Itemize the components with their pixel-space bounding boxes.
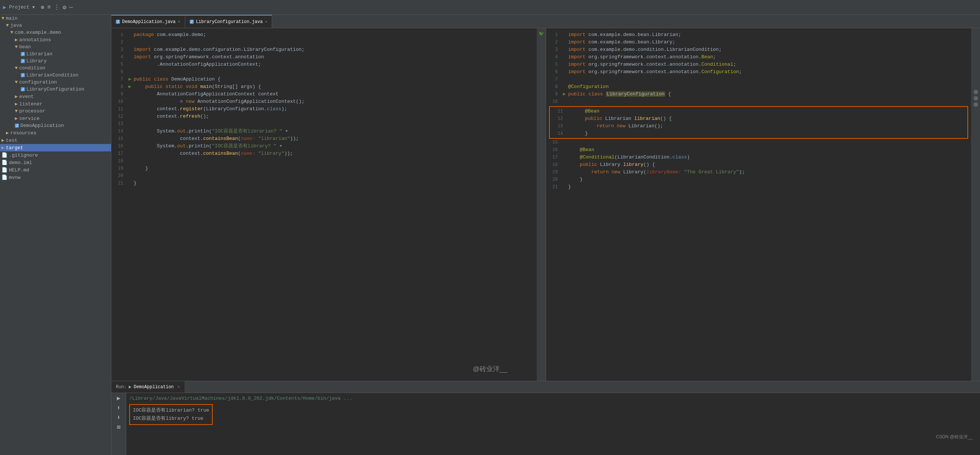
right-editor-panel: 1 import com.example.demo.bean.Librarian… — [546, 28, 980, 381]
sidebar-label-listener: listener — [19, 101, 42, 107]
code-line-10: 10 = new AnnotationConfigApplicationCont… — [111, 98, 537, 105]
code-line-15: 15 context.containsBean(name: "librarian… — [111, 135, 537, 143]
rcode-line-12: 12 public Librarian librarian() { — [551, 115, 966, 123]
tab-close-demo[interactable]: × — [178, 20, 180, 24]
code-line-13: 13 — [111, 120, 537, 128]
rcode-line-8: 8 @Configuration — [546, 83, 972, 91]
sidebar-item-listener[interactable]: ▶ listener — [0, 100, 111, 108]
sidebar-label-processor: processor — [19, 108, 45, 114]
sidebar-item-event[interactable]: ▶ event — [0, 93, 111, 100]
run-btn[interactable]: ▶ — [117, 395, 121, 402]
left-code-editor[interactable]: 1 package com.example.demo; 2 3 import c… — [111, 28, 537, 381]
project-icon: ▶ — [3, 4, 6, 10]
sidebar-item-main[interactable]: ▼ main — [0, 15, 111, 22]
sidebar-item-demo-iml[interactable]: 📄 demo.iml — [0, 159, 111, 166]
stop-btn[interactable]: ⬆ — [117, 404, 121, 412]
down-btn[interactable]: ⬇ — [117, 414, 121, 421]
toolbar-list-icon[interactable]: ≡ — [47, 4, 51, 11]
sidebar-item-annotations[interactable]: ▶ annotations — [0, 36, 111, 43]
bottom-toolbar: ▶ ⬆ ⬇ ⊞ — [111, 393, 126, 455]
java-icon-libcond: J — [21, 73, 25, 77]
sidebar-item-test[interactable]: ▶ test — [0, 137, 111, 144]
folder-icon-main: ▼ — [2, 16, 5, 21]
tab-demo-application[interactable]: J DemoApplication.java × — [111, 15, 185, 28]
sidebar-item-target[interactable]: ▶ target — [0, 144, 111, 151]
run-tab-close[interactable]: × — [177, 385, 180, 389]
sidebar-item-java[interactable]: ▼ java — [0, 22, 111, 29]
folder-icon-service: ▶ — [15, 115, 18, 121]
file-icon-iml: 📄 — [2, 159, 8, 165]
folder-icon-bean: ▼ — [15, 44, 18, 50]
sidebar-item-help-md[interactable]: 📄 HELP.md — [0, 166, 111, 174]
sidebar-item-bean[interactable]: ▼ bean — [0, 43, 111, 51]
right-code-editor[interactable]: 1 import com.example.demo.bean.Librarian… — [546, 28, 972, 381]
sidebar-item-com-example-demo[interactable]: ▼ com.example.demo — [0, 29, 111, 36]
folder-icon-test: ▶ — [2, 137, 5, 143]
sidebar-item-processor[interactable]: ▼ processor — [0, 108, 111, 115]
sidebar-label-library: Library — [26, 58, 47, 64]
tab-label-demo: DemoApplication.java — [122, 19, 176, 24]
sidebar-item-mvnw[interactable]: 📄 mvnw — [0, 174, 111, 181]
sidebar-item-service[interactable]: ▶ service — [0, 115, 111, 122]
sidebar-label-target: target — [6, 145, 23, 151]
folder-icon-condition: ▼ — [15, 65, 18, 71]
tab-java-icon-right: J — [190, 20, 194, 24]
rcode-line-5: 5 import org.springframework.context.ann… — [546, 61, 972, 68]
code-line-20: 20 — [111, 172, 537, 180]
toolbar-minimize-icon[interactable]: — — [69, 4, 73, 11]
tabs-bar: J DemoApplication.java × J LibraryConfig… — [111, 15, 980, 28]
java-icon-librarian: J — [21, 52, 25, 56]
code-line-3: 3 import com.example.demo.configuration.… — [111, 46, 537, 53]
folder-icon-event: ▶ — [15, 94, 18, 99]
code-line-6: 6 — [111, 68, 537, 76]
code-line-16: 16 System.out.println("IOC容器是否有library? … — [111, 143, 537, 150]
code-line-1: 1 package com.example.demo; — [111, 31, 537, 38]
sidebar-item-demo-app[interactable]: J DemoApplication — [0, 122, 111, 129]
code-line-8: 8 ▶ public static void main(String[] arg… — [111, 83, 537, 91]
project-dropdown-arrow[interactable]: ▼ — [32, 5, 35, 10]
bottom-tab-run[interactable]: Run: ▶ DemoApplication × — [111, 381, 185, 393]
folder-icon-java: ▼ — [6, 23, 9, 28]
gutter-bookmark-2: ⬤ — [973, 95, 978, 101]
sidebar-label-demo-app: DemoApplication — [21, 123, 64, 129]
green-check: ✓ — [540, 30, 544, 38]
top-bar: ▶ Project ▼ ⊕ ≡ ⋮ ⚙ — — [0, 0, 980, 15]
toolbar-settings-icon[interactable]: ⚙ — [63, 4, 67, 11]
sidebar-item-resources[interactable]: ▶ resources — [0, 129, 111, 137]
code-line-18: 18 — [111, 158, 537, 165]
java-icon-libconfig: J — [21, 87, 25, 91]
sidebar-label-event: event — [19, 94, 34, 99]
toolbar-add-icon[interactable]: ⊕ — [41, 4, 45, 11]
folder-icon-processor: ▼ — [15, 108, 18, 114]
rcode-line-13: 13 return new Librarian(); — [551, 123, 966, 130]
java-icon-demoapp: J — [15, 124, 19, 128]
toolbar-collapse-icon[interactable]: ⋮ — [54, 4, 60, 11]
sidebar-item-librarian-condition[interactable]: J LibrarianCondition — [0, 72, 111, 79]
sidebar-item-configuration[interactable]: ▼ configuration — [0, 79, 111, 86]
tab-library-configuration[interactable]: J LibraryConfiguration.java × — [185, 15, 272, 28]
folder-icon-annotations: ▶ — [15, 37, 18, 43]
rcode-line-6: 6 import org.springframework.context.ann… — [546, 68, 972, 76]
sidebar-item-librarian[interactable]: J Librarian — [0, 51, 111, 57]
sidebar-label-com-example-demo: com.example.demo — [15, 30, 61, 35]
sidebar-item-gitignore[interactable]: 📄 .gitignore — [0, 151, 111, 159]
sidebar-item-library[interactable]: J Library — [0, 57, 111, 65]
code-line-12: 12 context.refresh(); — [111, 113, 537, 120]
sidebar-label-help-md: HELP.md — [9, 167, 29, 173]
sidebar-item-library-configuration[interactable]: J LibraryConfiguration — [0, 86, 111, 93]
rcode-line-19: 19 return new Library(libraryName: "The … — [546, 169, 972, 176]
sidebar-label-bean: bean — [19, 44, 31, 50]
code-line-14: 14 System.out.println("IOC容器是否有librarian… — [111, 128, 537, 135]
output-box: IOC容器是否有librarian? true IOC容器是否有library?… — [129, 404, 977, 425]
file-icon-gitignore: 📄 — [2, 152, 8, 158]
code-line-9: 9 AnnotationConfigApplicationContext con… — [111, 91, 537, 98]
folder-icon-config: ▼ — [15, 80, 18, 85]
tab-close-libconfig[interactable]: × — [265, 20, 268, 24]
code-line-21: 21 } — [111, 180, 537, 187]
rcode-line-14: 14 } — [551, 130, 966, 137]
run-icon: ▶ — [129, 384, 131, 390]
rcode-line-3: 3 import com.example.demo.condition.Libr… — [546, 46, 972, 53]
wrap-btn[interactable]: ⊞ — [117, 423, 121, 431]
code-line-4: 4 import org.springframework.context.ann… — [111, 53, 537, 61]
sidebar-item-condition[interactable]: ▼ condition — [0, 65, 111, 72]
